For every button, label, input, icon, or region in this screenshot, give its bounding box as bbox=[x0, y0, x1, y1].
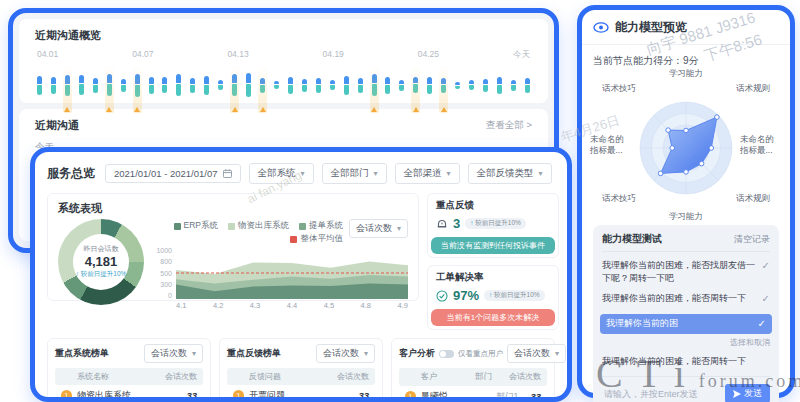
timeline-bar[interactable] bbox=[511, 62, 516, 108]
date-range-value: 2021/01/01 - 2021/01/07 bbox=[114, 168, 218, 179]
timeline-bar[interactable] bbox=[316, 62, 321, 108]
timeline-bar[interactable] bbox=[413, 62, 418, 108]
clear-records-link[interactable]: 清空记录 bbox=[734, 233, 770, 246]
capability-model-panel: 能力模型预览 当前节点能力得分：9分 学习能力 话术规则 未命名的指标最... … bbox=[577, 5, 795, 398]
donut-center-delta: ↑ 较前日提升10% bbox=[76, 270, 127, 278]
table-row[interactable]: 1 开票问题 33 bbox=[227, 385, 375, 402]
date-range-picker[interactable]: 2021/01/01 - 2021/01/07 bbox=[105, 164, 241, 183]
timeline-bar[interactable] bbox=[372, 62, 377, 108]
test-message-selected[interactable]: 我理解你当前的困 ✓ bbox=[600, 314, 772, 335]
capability-radar-chart: 学习能力 话术规则 未命名的指标最... 话术规则 学习能力 话术技巧 未命名的… bbox=[594, 70, 778, 220]
date-label: 04.13 bbox=[227, 49, 248, 61]
system-performance-title: 系统表现 bbox=[58, 201, 408, 216]
donut-center: 昨日会话数 4,181 ↑ 较前日提升10% bbox=[73, 234, 129, 290]
rank-badge: 1 bbox=[233, 390, 244, 401]
radar-axis-label: 话术规则 bbox=[736, 83, 770, 94]
timeline-bar[interactable] bbox=[497, 62, 502, 108]
filter-label: 全部渠道 bbox=[404, 167, 442, 180]
test-message[interactable]: 我理解你当前的困难，能否找朋友借一下呢？周转一下吧 ✓ bbox=[602, 259, 770, 285]
timeline-bar[interactable] bbox=[79, 62, 84, 108]
no-complaint-banner: 当前没有监测到任何投诉事件 bbox=[431, 237, 555, 254]
chevron-down-icon: ▾ bbox=[397, 224, 401, 233]
filter-bar: 服务总览 2021/01/01 - 2021/01/07 全部系统▾ 全部部门▾… bbox=[47, 163, 555, 184]
test-message[interactable]: 我理解你当前的困难，能否周转一下 bbox=[602, 355, 770, 368]
chat-input[interactable] bbox=[602, 388, 719, 400]
filter-department-dropdown[interactable]: 全部部门▾ bbox=[322, 163, 387, 184]
feedback-ranking-dropdown[interactable]: 会话次数▾ bbox=[316, 344, 375, 363]
capability-title: 能力模型预览 bbox=[615, 19, 687, 36]
timeline-bar[interactable] bbox=[204, 62, 209, 108]
date-label: 04.19 bbox=[323, 49, 344, 61]
trend-legend: ERP系统 物资出库系统 提单系统 整体平均值 bbox=[154, 219, 343, 245]
send-button[interactable]: 发送 bbox=[725, 384, 770, 402]
table-row[interactable]: 1 物资出库系统 33 bbox=[55, 385, 203, 402]
timeline-bar[interactable] bbox=[302, 62, 307, 108]
metric-dropdown[interactable]: 会话次数▾ bbox=[349, 219, 408, 238]
timeline-bar[interactable] bbox=[385, 62, 390, 108]
filter-label: 全部反馈类型 bbox=[477, 167, 534, 180]
filter-feedback-type-dropdown[interactable]: 全部反馈类型▾ bbox=[468, 163, 552, 184]
date-label: 今天 bbox=[513, 49, 530, 61]
customer-ranking-dropdown[interactable]: 会话次数▾ bbox=[507, 344, 566, 363]
key-feedback-value: 3 bbox=[453, 216, 460, 231]
radar-axis-label: 话术技巧 bbox=[602, 193, 636, 204]
timeline-bar[interactable] bbox=[525, 62, 530, 108]
send-icon bbox=[733, 390, 741, 398]
customer-dept: 部门1 bbox=[496, 391, 530, 402]
date-label: 04.07 bbox=[132, 49, 153, 61]
filter-system-dropdown[interactable]: 全部系统▾ bbox=[249, 163, 314, 184]
timeline-bar[interactable] bbox=[358, 62, 363, 108]
timeline-bar[interactable] bbox=[107, 62, 112, 108]
table-row[interactable]: 1 晨曦悦 部门1 33 bbox=[399, 386, 547, 402]
timeline-bar[interactable] bbox=[274, 62, 279, 108]
feedback-issue: 开票问题 bbox=[249, 389, 358, 402]
ticket-resolution-title: 工单解决率 bbox=[436, 271, 550, 284]
timeline-bar[interactable] bbox=[93, 62, 98, 108]
donut-center-value: 4,181 bbox=[85, 254, 118, 270]
communication-timeline-bars[interactable] bbox=[35, 62, 532, 108]
timeline-bar[interactable] bbox=[246, 62, 251, 108]
timeline-bar[interactable] bbox=[469, 62, 474, 108]
timeline-bar[interactable] bbox=[162, 62, 167, 108]
ticket-resolution-value: 97% bbox=[453, 288, 479, 303]
date-label: 04.25 bbox=[418, 49, 439, 61]
timeline-bar[interactable] bbox=[232, 62, 237, 108]
timeline-bar[interactable] bbox=[441, 62, 446, 108]
chevron-down-icon: ▾ bbox=[555, 349, 559, 358]
timeline-bar[interactable] bbox=[218, 62, 223, 108]
chevron-down-icon: ▾ bbox=[364, 349, 368, 358]
system-performance-card: 系统表现 昨日会话数 4,181 ↑ 较前日提升10% ERP系统 bbox=[47, 193, 419, 301]
feedback-delta-pill: ↑ 较前日提升10% bbox=[465, 218, 526, 229]
filter-channel-dropdown[interactable]: 全部渠道▾ bbox=[395, 163, 460, 184]
session-count: 33 bbox=[530, 391, 541, 402]
timeline-bar[interactable] bbox=[399, 62, 404, 108]
timeline-bar[interactable] bbox=[149, 62, 154, 108]
timeline-bar[interactable] bbox=[135, 62, 140, 108]
timeline-bar[interactable] bbox=[330, 62, 335, 108]
filter-label: 全部系统 bbox=[258, 167, 296, 180]
radar-axis-label: 未命名的指标最... bbox=[590, 134, 632, 155]
timeline-bar[interactable] bbox=[65, 62, 70, 108]
timeline-bar[interactable] bbox=[483, 62, 488, 108]
timeline-bar[interactable] bbox=[51, 62, 56, 108]
key-feedback-ranking-table: 重点反馈榜单 会话次数▾ 反馈问题 会话次数 1 开票问题 33 2 在ERP系… bbox=[219, 338, 383, 402]
timeline-bar[interactable] bbox=[176, 62, 181, 108]
timeline-bar[interactable] bbox=[121, 62, 126, 108]
timeline-bar[interactable] bbox=[260, 62, 265, 108]
unresolved-issue-banner: 当前有1个问题多次未解决 bbox=[431, 309, 555, 326]
eye-icon bbox=[593, 22, 609, 33]
timeline-bar[interactable] bbox=[427, 62, 432, 108]
view-all-link[interactable]: 查看全部 > bbox=[486, 119, 532, 132]
timeline-bar[interactable] bbox=[344, 62, 349, 108]
legend-item: 整体平均值 bbox=[290, 233, 343, 245]
customer-name: 晨曦悦 bbox=[421, 390, 496, 402]
rank-badge: 1 bbox=[405, 391, 416, 402]
system-ranking-dropdown[interactable]: 会话次数▾ bbox=[144, 344, 203, 363]
test-message[interactable]: 我理解你当前的困难，能否周转一下 ✓ bbox=[602, 292, 770, 307]
timeline-bar[interactable] bbox=[190, 62, 195, 108]
timeline-bar[interactable] bbox=[455, 62, 460, 108]
timeline-bar[interactable] bbox=[37, 62, 42, 108]
timeline-bar[interactable] bbox=[288, 62, 293, 108]
overview-title: 近期沟通概览 bbox=[35, 28, 532, 43]
key-users-toggle[interactable] bbox=[439, 350, 454, 358]
